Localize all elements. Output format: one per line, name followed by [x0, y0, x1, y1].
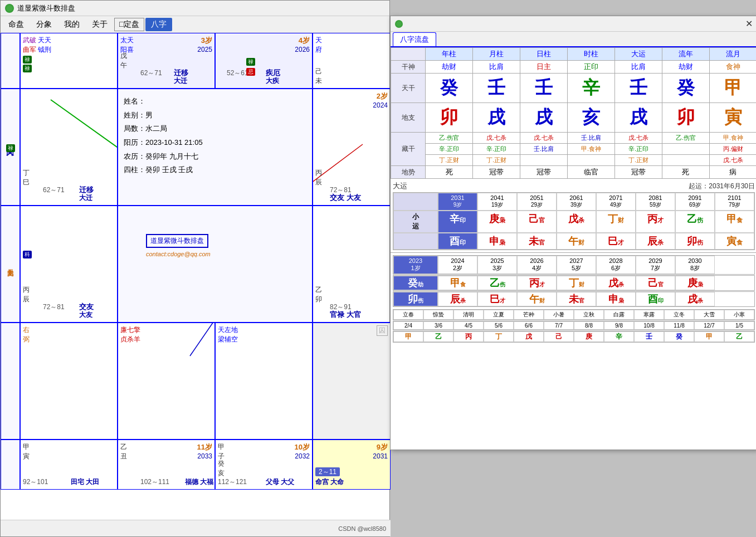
cang-gan-row3: 丁.正财 丁.正财 丁.正财 戊.七杀 — [391, 155, 757, 166]
main-title: 道显紫微斗数排盘 — [17, 3, 75, 13]
main-title-bar: 道显紫微斗数排盘 — [1, 1, 389, 16]
tab-bazi-liupan[interactable]: 八字流盘 — [393, 32, 436, 46]
cell-r1c2: 武破 天天 曲军 钺刑 禄 禄 — [20, 33, 118, 89]
cell-r3c5: 乙卯 82～91 官禄 大官 — [313, 206, 391, 323]
cell-r5c1 — [1, 440, 20, 490]
dayun-section: 大运 起运：2031年6月30日 20319岁 204119岁 205129岁 … — [391, 179, 756, 253]
jieqi-date-row: 2/4 3/6 4/5 5/6 6/6 7/7 8/8 9/8 10/8 11/… — [393, 321, 755, 330]
cell-r4c1 — [1, 323, 20, 440]
dayun-start: 起运：2031年6月30日 — [689, 182, 755, 191]
cell-r2c2: 丁巳 62～71 迁移 大迁 — [20, 89, 118, 206]
cell-r5c4: 甲子 10岁 2032 112～121 父母 大父 癸亥 — [215, 440, 313, 490]
cell-r4c3: 廉七擎 贞杀羊 — [118, 323, 215, 440]
menu-bar: 命盘 分象 我的 关于 □定盘 八字 — [1, 16, 389, 33]
cell-r2c5: 2岁 2024 丙辰 72～81 交友 大友 — [313, 89, 391, 206]
flow-year-header-row: 20231岁 20242岁 20253岁 20264岁 20275岁 20286… — [393, 255, 755, 275]
bazi-main-table: 年柱 月柱 日柱 时柱 大运 流年 流月 干神 劫财 比肩 日主 正印 比肩 — [391, 47, 756, 179]
bottom-bar-text: CSDN @wcl8580 — [338, 525, 386, 532]
main-window: 道显紫微斗数排盘 命盘 分象 我的 关于 □定盘 八字 ← — [0, 0, 390, 537]
di-zhi-row: 地支 卯 戌 戌 亥 戌 卯 寅 — [391, 103, 757, 133]
bazi-title-bar: ✕ — [391, 16, 756, 32]
jieqi-name-row: 立春 惊蛰 清明 立夏 芒种 小暑 立秋 白露 寒露 立冬 大雪 小寒 — [393, 309, 755, 320]
cell-r1c4: 4岁 2026 52～61 疾厄 大疾 禄 忌 — [215, 33, 313, 89]
app-icon — [5, 4, 14, 13]
cell-r1c2-content: 武破 天天 曲军 钺刑 禄 禄 — [23, 36, 115, 73]
tian-shen-row: 干神 劫财 比肩 日主 正印 比肩 劫财 食神 — [391, 61, 757, 74]
bottom-bar: CSDN @wcl8580 — [1, 520, 391, 536]
info-box: 姓名： 姓别：男 局数：水二局 阳历：2023-10-31 21:05 农历：癸… — [124, 95, 203, 177]
cell-r3c1: 文天曲魁 — [1, 206, 20, 323]
cell-r4c2: 右弼 — [20, 323, 118, 440]
jieqi-tg-row: 甲 乙 丙 丁 戊 己 庚 辛 壬 癸 甲 乙 — [393, 331, 755, 343]
bazi-scroll[interactable]: 年柱 月柱 日柱 时柱 大运 流年 流月 干神 劫财 比肩 日主 正印 比肩 — [391, 47, 756, 450]
menu-bazi[interactable]: 八字 — [145, 18, 172, 31]
flow-year-tg-row: 癸劫 甲食 乙伤 丙才 丁财 戊杀 己官 庚枭 — [393, 275, 755, 291]
dayun-grid: 20319岁 204119岁 205129岁 206139岁 207149岁 2… — [393, 192, 755, 250]
dayun-label: 大运 — [393, 181, 407, 191]
menu-wode[interactable]: 我的 — [58, 18, 85, 31]
cell-tl-stripe — [1, 33, 20, 89]
cang-gan-row1: 藏干 乙.伤官 戊.七杀 戊.七杀 壬.比肩 戊.七杀 乙.伤官 甲.食神 — [391, 133, 757, 144]
cell-r5c2: 甲寅 92～101 田宅 大田 — [20, 440, 118, 490]
tian-gan-row: 天干 癸 壬 壬 辛 壬 癸 甲 — [391, 74, 757, 103]
watermark-sub: contact:cdoge@qq.com — [146, 251, 211, 257]
cell-r3c2: 丙辰 72～81 交友 大友 科 — [20, 206, 118, 323]
bazi-icon — [395, 20, 403, 28]
cell-r2c1: 天同 禄 — [1, 89, 20, 206]
cell-r1c3: 太天阳喜 3岁 2025 戊午 62～71 迁移 大迁 — [118, 33, 215, 89]
menu-fenxiang[interactable]: 分象 — [31, 18, 57, 31]
menu-guanyu[interactable]: 关于 — [86, 18, 113, 31]
cell-r3-center: 道显紫微斗数排盘 contact:cdoge@qq.com — [118, 206, 313, 323]
cell-r4c4: 天左地梁辅空 — [215, 323, 313, 440]
di-shi-row: 地势 死 冠带 冠带 临官 冠带 死 病 — [391, 166, 757, 179]
flow-years-section: 20231岁 20242岁 20253岁 20264岁 20275岁 20286… — [391, 253, 756, 345]
chart-area: ← 武破 天天 曲军 钺刑 禄 禄 太天阳喜 3岁 2025 戊午 62～71 … — [1, 33, 391, 537]
flow-year-dz-row: 卯伤 辰杀 巳才 午财 未官 申枭 酉印 戌杀 — [393, 291, 755, 307]
cang-gan-row2: 辛.正印 辛.正印 壬.比肩 甲.食神 辛.正印 丙.偏财 — [391, 144, 757, 155]
menu-mingpan[interactable]: 命盘 — [3, 18, 30, 31]
bazi-window: ✕ 八字流盘 年柱 月柱 日柱 时柱 大运 流年 流月 — [390, 16, 756, 450]
cell-r1c5: 天府 己未 — [313, 33, 391, 89]
tab-bar: 八字流盘 — [391, 32, 756, 47]
close-button[interactable]: ✕ — [745, 18, 753, 29]
cell-r5c5: 9岁 2031 2～11 命宫 大命 — [313, 440, 391, 490]
cell-r2-center: 姓名： 姓别：男 局数：水二局 阳历：2023-10-31 21:05 农历：癸… — [118, 89, 313, 206]
watermark-box: 道显紫微斗数排盘 — [146, 234, 208, 248]
cell-r4c5: 囚 — [313, 323, 391, 440]
menu-dingpan[interactable]: □定盘 — [114, 18, 144, 31]
cell-r5c3: 乙丑 11岁 2033 102～111 福德 大福 — [118, 440, 215, 490]
